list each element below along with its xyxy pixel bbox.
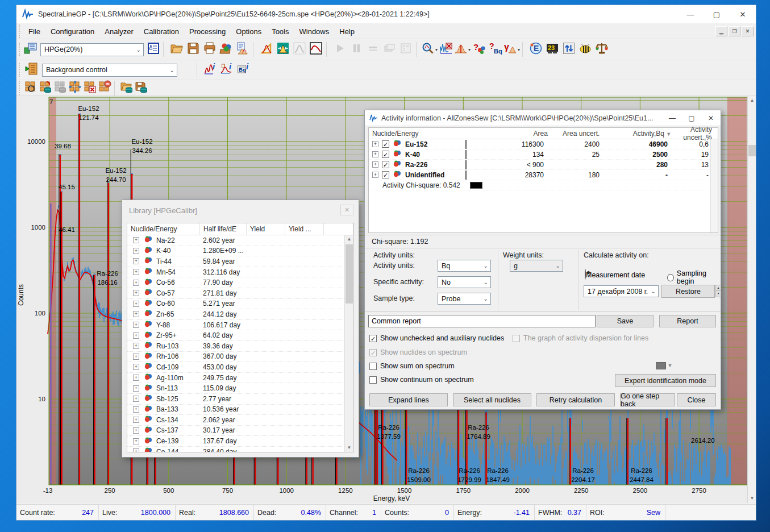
library-row[interactable]: + Zr-95+ 64.02 day [127,330,344,341]
library-row[interactable]: + Ti-44 59.84 year [127,256,344,267]
energy-button[interactable]: E [527,41,544,58]
window-button[interactable] [381,41,397,58]
expand-icon[interactable]: + [133,311,139,317]
menu-file[interactable]: File [23,24,45,39]
list-config-button[interactable] [146,42,161,57]
expand-icon[interactable]: + [133,237,139,243]
expand-icon[interactable]: + [372,151,378,157]
expand-icon[interactable]: + [133,375,139,381]
mdi-restore-button[interactable]: ❐ [729,26,740,36]
expand-icon[interactable]: + [133,448,139,452]
detector-config-button[interactable] [23,42,38,57]
library-row[interactable]: + Co-57 271.81 day [127,288,344,299]
date-spinner[interactable]: ▲ ▼ [715,285,721,298]
activity-units-select[interactable]: Bq⌄ [438,260,491,272]
expand-icon[interactable]: + [133,301,139,307]
bq-info-button[interactable]: Bqi [235,62,251,78]
activity-row[interactable]: + ✓ Ra-226 < 900 280 13 [369,160,718,170]
task-doc-button[interactable] [23,62,40,78]
library-row[interactable]: + Co-60 5.271 year [127,299,344,310]
library-row[interactable]: + Ag-110m 249.75 day [127,373,344,384]
go-one-step-back-button[interactable]: Go one step back [620,393,675,406]
expand-icon[interactable]: + [133,332,139,339]
library-col-header[interactable]: Nuclide/Energy [127,223,200,235]
roi-import-button[interactable] [53,81,68,95]
checkbox-4[interactable]: Show continuum on spectrum▼ [369,376,527,384]
menu-tools[interactable]: Tools [267,24,294,39]
menu-options[interactable]: Options [231,24,267,39]
report-button[interactable]: Report [659,315,716,327]
expand-icon[interactable]: + [133,396,139,402]
activity-col-header-sorted[interactable]: Activity,Bq ▼ [609,130,677,138]
expand-icon[interactable]: + [133,406,139,413]
expand-lines-button[interactable]: Expand lines [369,393,448,406]
specific-activity-select[interactable]: No⌄ [438,276,491,288]
wasp-button[interactable] [577,41,593,58]
expand-icon[interactable]: + [133,290,139,296]
delete-spectrum-button[interactable] [438,41,454,58]
restore-button[interactable]: Restore [661,285,715,298]
menu-help[interactable]: Help [334,24,360,39]
expand-icon[interactable]: + [133,427,139,434]
spheres-button[interactable] [218,41,234,58]
mdi-close-button[interactable]: ✕ [742,26,754,36]
library-row[interactable]: + Sb-125 2.77 year [127,394,344,405]
folder-db-button[interactable] [119,81,134,95]
checkbox-3[interactable]: Show sum on spectrum▼ [369,362,530,370]
expand-icon[interactable]: + [133,258,139,264]
scroll-down-icon[interactable]: ▼ [345,444,353,452]
dialog-minimize-button[interactable]: — [663,110,682,126]
select-all-nuclides-button[interactable]: Select all nuclides [453,393,531,406]
library-row[interactable]: + K-40 1.280E+09 ... [127,246,344,257]
stop-button[interactable] [364,41,381,58]
activity-row[interactable]: + ✓ Eu-152 116300 2400 46900 0,6 [369,139,718,149]
library-row[interactable]: + Ba-133 10.536 year [127,405,344,415]
checkbox-0[interactable]: ✓ Show unchecked and auxiliary nuclides [369,334,504,342]
menu-processing[interactable]: Processing [184,24,231,39]
report-name-input[interactable] [368,315,596,327]
library-row[interactable]: + Mn-54 312.116 day [127,267,344,278]
pause-button[interactable] [348,41,364,58]
expand-icon[interactable]: + [133,385,139,392]
scroll-up-icon[interactable]: ▲ [748,96,756,105]
roi-refresh-button[interactable] [23,81,38,95]
weight-units-select[interactable]: g⌄ [510,260,563,272]
channels-button[interactable]: 23 [544,41,560,58]
library-row[interactable]: + Cd-109 453.00 day [127,362,344,373]
sampling-begin-radio[interactable]: Sampling begin [667,269,721,285]
scrollbar-thumb[interactable] [346,244,353,304]
dialog-maximize-button[interactable]: ▢ [682,110,701,126]
measurement-date-radio[interactable]: Measurement date [585,269,645,280]
expand-icon[interactable]: + [133,322,139,328]
library-close-icon[interactable]: ✕ [340,205,353,215]
roi-export-button[interactable] [38,81,53,95]
expand-icon[interactable]: + [372,172,378,178]
activity-bq-button[interactable]: ?Bq [487,41,503,58]
menu-calibration[interactable]: Calibration [139,24,184,39]
sample-type-select[interactable]: Probe⌄ [438,293,491,305]
nuclide-checkbox[interactable]: ✓ [382,151,389,158]
expand-icon[interactable]: + [133,417,139,423]
expand-icon[interactable]: + [133,343,139,349]
calibration-ruler-button[interactable] [258,41,274,58]
peak-width-button[interactable] [274,41,291,58]
peak-info-button[interactable]: i [218,62,235,78]
maximize-button[interactable]: ▢ [704,5,730,23]
expand-icon[interactable]: + [133,248,139,254]
minimize-button[interactable]: — [677,5,704,23]
spectrum-color-swatch[interactable] [656,362,666,369]
activity-table-scrollbar[interactable] [710,139,718,232]
library-row[interactable]: + Sn-113 115.09 day [127,383,344,394]
roi-delete-button[interactable] [82,81,97,95]
library-row[interactable]: + Y-88 106.617 day [127,320,344,331]
gaussian-button[interactable] [291,41,307,58]
activity-col-header[interactable]: Nuclide/Energy [369,130,486,138]
library-col-header[interactable]: Half life/dE [200,223,247,235]
nuclide-checkbox[interactable]: ✓ [382,140,389,148]
close-dialog-button[interactable]: Close [677,393,716,406]
expert-identification-mode-button[interactable]: Expert identification mode [615,374,716,387]
roi-expand-button[interactable] [68,81,82,95]
detector-select[interactable]: HPGe(20%)⌄ [40,43,144,56]
print-button[interactable] [201,41,218,58]
library-row[interactable]: + Cs-137 30.17 year [127,426,344,437]
